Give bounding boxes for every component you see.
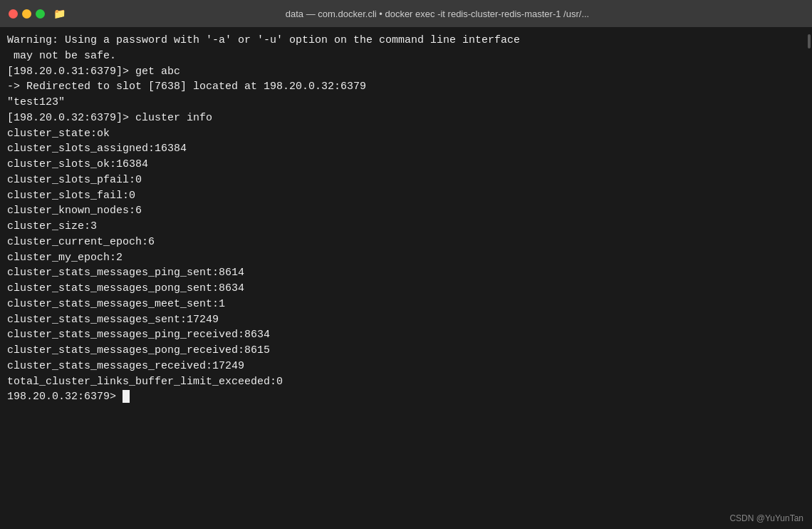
terminal-line: [198.20.0.31:6379]> get abc bbox=[7, 64, 805, 80]
maximize-button[interactable] bbox=[36, 9, 45, 19]
terminal-line: total_cluster_links_buffer_limit_exceede… bbox=[7, 374, 805, 390]
terminal-line: cluster_size:3 bbox=[7, 219, 805, 235]
terminal-cursor bbox=[123, 390, 130, 403]
scrollbar[interactable] bbox=[808, 34, 811, 48]
terminal-line: cluster_stats_messages_received:17249 bbox=[7, 359, 805, 374]
close-button[interactable] bbox=[9, 9, 18, 19]
terminal-line: cluster_known_nodes:6 bbox=[7, 203, 805, 219]
terminal-line: cluster_slots_assigned:16384 bbox=[7, 141, 805, 157]
terminal-line: cluster_slots_ok:16384 bbox=[7, 157, 805, 173]
window-title: data — com.docker.cli • docker exec -it … bbox=[71, 9, 803, 19]
terminal-line: Warning: Using a password with '-a' or '… bbox=[7, 33, 805, 48]
terminal-line: cluster_current_epoch:6 bbox=[7, 235, 805, 250]
terminal-output: Warning: Using a password with '-a' or '… bbox=[7, 33, 805, 405]
terminal-line: cluster_stats_messages_sent:17249 bbox=[7, 312, 805, 328]
terminal-line: 198.20.0.32:6379> bbox=[7, 389, 805, 405]
title-bar: 📁 data — com.docker.cli • docker exec -i… bbox=[0, 0, 812, 27]
terminal-line: cluster_stats_messages_pong_sent:8634 bbox=[7, 281, 805, 297]
terminal-line: cluster_slots_fail:0 bbox=[7, 188, 805, 204]
folder-icon: 📁 bbox=[53, 8, 66, 20]
terminal-line: cluster_stats_messages_meet_sent:1 bbox=[7, 297, 805, 312]
traffic-lights bbox=[9, 9, 45, 19]
watermark: CSDN @YuYunTan bbox=[729, 513, 803, 523]
terminal-line: "test123" bbox=[7, 95, 805, 111]
terminal-line: [198.20.0.32:6379]> cluster info bbox=[7, 111, 805, 126]
terminal-line: cluster_slots_pfail:0 bbox=[7, 173, 805, 188]
terminal-line: cluster_stats_messages_pong_received:861… bbox=[7, 343, 805, 359]
terminal-line: may not be safe. bbox=[7, 48, 805, 64]
terminal-line: cluster_stats_messages_ping_received:863… bbox=[7, 327, 805, 343]
terminal-line: cluster_state:ok bbox=[7, 126, 805, 142]
terminal-line: -> Redirected to slot [7638] located at … bbox=[7, 79, 805, 95]
minimize-button[interactable] bbox=[22, 9, 31, 19]
terminal-body[interactable]: Warning: Using a password with '-a' or '… bbox=[0, 27, 812, 529]
terminal-line: cluster_stats_messages_ping_sent:8614 bbox=[7, 265, 805, 281]
terminal-line: cluster_my_epoch:2 bbox=[7, 250, 805, 266]
